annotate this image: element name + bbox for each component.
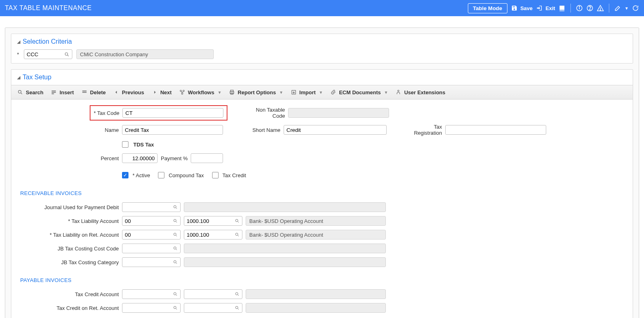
- svg-point-40: [236, 293, 238, 295]
- payable-section-title: PAYABLE INVOICES: [20, 277, 627, 283]
- company-code-input[interactable]: [24, 50, 62, 59]
- jb-cost-cat-lookup[interactable]: [122, 257, 181, 267]
- required-star: *: [17, 51, 19, 57]
- svg-point-4: [589, 9, 590, 10]
- search-icon[interactable]: [232, 305, 242, 310]
- svg-line-31: [176, 235, 177, 237]
- chevron-down-icon: ▼: [319, 90, 323, 95]
- insert-icon: [51, 89, 57, 95]
- svg-line-10: [21, 93, 22, 94]
- jb-cost-cat-desc: [184, 257, 386, 267]
- percent-input[interactable]: [122, 153, 158, 163]
- payment-pct-label: Payment %: [161, 155, 187, 161]
- search-icon[interactable]: [232, 218, 242, 223]
- tax-registration-label: Tax Registration: [405, 124, 445, 136]
- chevron-down-icon: ▼: [384, 90, 388, 95]
- tax-registration-input[interactable]: [445, 125, 546, 135]
- arrow-left-icon: [113, 89, 120, 95]
- tax-liability-ret-desc: Bank- $USD Operating Account: [246, 230, 386, 240]
- delete-icon: [81, 89, 88, 95]
- name-input[interactable]: [122, 125, 223, 135]
- compound-tax-checkbox[interactable]: [158, 172, 164, 178]
- table-mode-button[interactable]: Table Mode: [468, 3, 507, 13]
- ecm-documents-button[interactable]: ECM Documents▼: [330, 89, 388, 95]
- payment-pct-input[interactable]: [191, 153, 223, 163]
- tax-credit-ret-acct-lookup[interactable]: [184, 303, 242, 313]
- jb-cost-code-desc: [184, 244, 386, 253]
- tax-code-input[interactable]: [122, 108, 223, 118]
- previous-button[interactable]: Previous: [113, 89, 144, 95]
- search-icon[interactable]: [170, 218, 180, 223]
- import-button[interactable]: Import▼: [290, 89, 323, 95]
- search-button[interactable]: Search: [17, 89, 43, 95]
- svg-line-27: [176, 222, 177, 223]
- workflows-button[interactable]: Workflows▼: [179, 89, 221, 95]
- journal-lookup[interactable]: [122, 202, 181, 212]
- search-icon[interactable]: [170, 292, 180, 297]
- company-code-lookup[interactable]: [24, 49, 72, 59]
- active-checkbox[interactable]: ✓: [122, 172, 128, 178]
- search-icon[interactable]: [232, 292, 242, 297]
- svg-point-23: [398, 90, 400, 92]
- app-header: TAX TABLE MAINTENANCE Table Mode Save Ex…: [0, 0, 644, 16]
- jb-cost-code-lookup[interactable]: [122, 244, 181, 253]
- tax-liability-ret-acct-lookup[interactable]: [184, 230, 242, 240]
- svg-point-26: [174, 219, 176, 222]
- user-extensions-button[interactable]: User Extensions: [395, 89, 445, 95]
- insert-button[interactable]: Insert: [51, 89, 74, 95]
- collapse-icon: ◢: [17, 75, 20, 80]
- svg-point-7: [65, 53, 68, 55]
- tax-credit-checkbox[interactable]: [212, 172, 219, 178]
- tax-liability-desc: Bank- $USD Operating Account: [246, 216, 386, 226]
- tds-tax-checkbox[interactable]: [122, 141, 128, 148]
- tax-credit-acct-lookup[interactable]: [184, 289, 242, 299]
- tax-setup-title: Tax Setup: [23, 74, 51, 81]
- notes-icon[interactable]: [558, 4, 566, 12]
- warning-icon[interactable]: [597, 4, 604, 12]
- help-icon[interactable]: [586, 4, 593, 12]
- chevron-down-icon: ▼: [279, 90, 283, 95]
- short-name-input[interactable]: [284, 125, 387, 135]
- attachment-icon: [330, 89, 337, 95]
- search-icon[interactable]: [170, 232, 180, 237]
- tds-tax-label: TDS Tax: [133, 142, 154, 148]
- next-button[interactable]: Next: [152, 89, 172, 95]
- jb-cost-code-label: JB Tax Costing Cost Code: [17, 246, 122, 252]
- search-icon[interactable]: [62, 52, 72, 57]
- search-icon[interactable]: [170, 205, 180, 210]
- selection-criteria-header[interactable]: ◢ Selection Criteria: [17, 38, 627, 45]
- exit-button[interactable]: Exit: [536, 4, 555, 12]
- svg-point-42: [174, 306, 176, 309]
- delete-button[interactable]: Delete: [81, 89, 106, 95]
- tax-credit-acct-desc: [246, 289, 386, 299]
- tax-liability-ret-dept-lookup[interactable]: [122, 230, 181, 240]
- tax-credit-ret-desc: [246, 303, 386, 313]
- tax-liability-acct-lookup[interactable]: [184, 216, 242, 226]
- search-icon[interactable]: [232, 232, 242, 237]
- svg-point-44: [236, 306, 238, 309]
- svg-line-8: [67, 55, 69, 56]
- chevron-down-icon[interactable]: ▼: [625, 6, 629, 11]
- tax-setup-header[interactable]: ◢ Tax Setup: [17, 74, 627, 81]
- tax-liability-dept-lookup[interactable]: [122, 216, 181, 226]
- save-button[interactable]: Save: [511, 4, 532, 12]
- separator: [570, 4, 571, 13]
- search-icon[interactable]: [170, 260, 180, 265]
- edit-icon[interactable]: [614, 4, 621, 12]
- tax-liability-label: Tax Liability Account: [17, 218, 122, 224]
- search-icon[interactable]: [170, 246, 180, 251]
- tax-credit-acct-label: Tax Credit Account: [17, 291, 122, 297]
- refresh-icon[interactable]: [632, 4, 639, 12]
- report-options-button[interactable]: Report Options▼: [229, 89, 283, 95]
- search-icon[interactable]: [170, 305, 180, 310]
- tax-setup-panel: ◢ Tax Setup Search Insert Delete Previou…: [11, 69, 633, 318]
- info-icon[interactable]: [576, 4, 583, 12]
- tax-credit-label: Tax Credit: [223, 172, 246, 178]
- selection-criteria-panel: ◢ Selection Criteria * CMiC Construction…: [11, 34, 633, 64]
- company-selector-row: * CMiC Construction Company: [17, 49, 627, 59]
- tax-credit-ret-dept-lookup[interactable]: [122, 303, 181, 313]
- tax-credit-acct-dept-lookup[interactable]: [122, 289, 181, 299]
- svg-point-38: [174, 293, 176, 295]
- tax-code-label: Tax Code: [94, 110, 119, 116]
- tax-form: Tax Code Non Taxable Code Name Short Nam…: [17, 105, 627, 318]
